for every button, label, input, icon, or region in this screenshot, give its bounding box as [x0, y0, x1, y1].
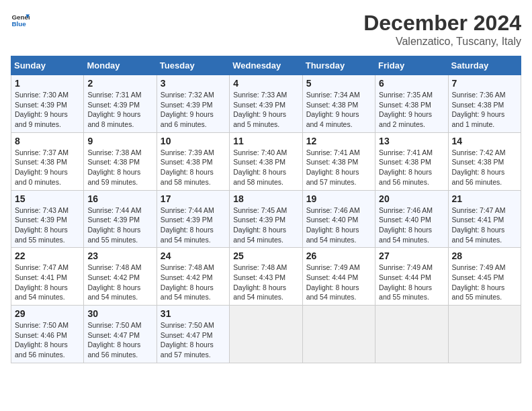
day-info: Sunrise: 7:30 AM Sunset: 4:39 PM Dayligh…	[15, 90, 80, 130]
day-info: Sunrise: 7:49 AM Sunset: 4:44 PM Dayligh…	[379, 263, 444, 302]
month-title: December 2024	[363, 11, 521, 36]
weekday-header-cell: Tuesday	[157, 56, 229, 75]
calendar-week-row: 29 Sunrise: 7:50 AM Sunset: 4:46 PM Dayl…	[11, 306, 521, 363]
calendar-week-row: 8 Sunrise: 7:37 AM Sunset: 4:38 PM Dayli…	[11, 132, 521, 190]
calendar-cell: 13 Sunrise: 7:41 AM Sunset: 4:38 PM Dayl…	[375, 132, 448, 190]
day-number: 3	[161, 78, 226, 89]
page-header: General Blue December 2024 Valenzatico, …	[11, 11, 521, 48]
day-number: 22	[15, 250, 80, 261]
calendar-cell: 19 Sunrise: 7:46 AM Sunset: 4:40 PM Dayl…	[302, 190, 375, 248]
day-info: Sunrise: 7:44 AM Sunset: 4:39 PM Dayligh…	[87, 205, 152, 245]
weekday-header-cell: Wednesday	[230, 56, 302, 75]
day-number: 13	[379, 136, 444, 146]
day-number: 25	[233, 250, 298, 261]
calendar-cell: 31 Sunrise: 7:50 AM Sunset: 4:47 PM Dayl…	[157, 306, 229, 363]
calendar-cell	[302, 306, 375, 363]
location-title: Valenzatico, Tuscany, Italy	[363, 36, 521, 48]
calendar-cell: 21 Sunrise: 7:47 AM Sunset: 4:41 PM Dayl…	[448, 190, 521, 248]
calendar-cell	[375, 306, 448, 363]
day-number: 6	[379, 78, 444, 89]
calendar-cell: 3 Sunrise: 7:32 AM Sunset: 4:39 PM Dayli…	[157, 75, 229, 133]
day-number: 10	[161, 136, 226, 146]
day-info: Sunrise: 7:48 AM Sunset: 4:42 PM Dayligh…	[161, 263, 226, 302]
day-info: Sunrise: 7:36 AM Sunset: 4:38 PM Dayligh…	[452, 90, 517, 130]
calendar-cell: 2 Sunrise: 7:31 AM Sunset: 4:39 PM Dayli…	[84, 75, 157, 133]
calendar-cell: 11 Sunrise: 7:40 AM Sunset: 4:38 PM Dayl…	[230, 132, 302, 190]
day-number: 5	[306, 78, 371, 89]
calendar-cell: 23 Sunrise: 7:48 AM Sunset: 4:42 PM Dayl…	[84, 248, 157, 306]
calendar-cell: 6 Sunrise: 7:35 AM Sunset: 4:38 PM Dayli…	[375, 75, 448, 133]
day-number: 17	[161, 193, 226, 204]
day-info: Sunrise: 7:35 AM Sunset: 4:38 PM Dayligh…	[379, 90, 444, 130]
day-info: Sunrise: 7:32 AM Sunset: 4:39 PM Dayligh…	[161, 90, 226, 130]
day-number: 12	[306, 136, 371, 146]
day-info: Sunrise: 7:50 AM Sunset: 4:47 PM Dayligh…	[87, 320, 152, 360]
day-number: 1	[15, 78, 80, 89]
day-info: Sunrise: 7:33 AM Sunset: 4:39 PM Dayligh…	[233, 90, 298, 130]
day-info: Sunrise: 7:50 AM Sunset: 4:47 PM Dayligh…	[161, 320, 226, 360]
day-info: Sunrise: 7:47 AM Sunset: 4:41 PM Dayligh…	[15, 263, 80, 302]
logo-icon: General Blue	[11, 11, 30, 30]
calendar-cell: 10 Sunrise: 7:39 AM Sunset: 4:38 PM Dayl…	[157, 132, 229, 190]
svg-text:General: General	[11, 13, 30, 21]
calendar-week-row: 22 Sunrise: 7:47 AM Sunset: 4:41 PM Dayl…	[11, 248, 521, 306]
day-number: 20	[379, 193, 444, 204]
day-number: 14	[452, 136, 517, 146]
calendar-cell: 18 Sunrise: 7:45 AM Sunset: 4:39 PM Dayl…	[230, 190, 302, 248]
day-number: 28	[452, 250, 517, 261]
day-number: 4	[233, 78, 298, 89]
day-info: Sunrise: 7:50 AM Sunset: 4:46 PM Dayligh…	[15, 320, 80, 360]
weekday-header-cell: Sunday	[11, 56, 84, 75]
day-number: 31	[161, 308, 226, 319]
calendar-cell: 14 Sunrise: 7:42 AM Sunset: 4:38 PM Dayl…	[448, 132, 521, 190]
day-info: Sunrise: 7:41 AM Sunset: 4:38 PM Dayligh…	[306, 148, 371, 187]
day-info: Sunrise: 7:31 AM Sunset: 4:39 PM Dayligh…	[87, 90, 152, 130]
day-number: 30	[87, 308, 152, 319]
calendar-body: 1 Sunrise: 7:30 AM Sunset: 4:39 PM Dayli…	[11, 75, 521, 363]
weekday-header-row: SundayMondayTuesdayWednesdayThursdayFrid…	[11, 56, 521, 75]
day-number: 19	[306, 193, 371, 204]
day-number: 26	[306, 250, 371, 261]
calendar-cell: 30 Sunrise: 7:50 AM Sunset: 4:47 PM Dayl…	[84, 306, 157, 363]
calendar-cell: 20 Sunrise: 7:46 AM Sunset: 4:40 PM Dayl…	[375, 190, 448, 248]
weekday-header-cell: Friday	[375, 56, 448, 75]
day-number: 8	[15, 136, 80, 146]
calendar-cell: 27 Sunrise: 7:49 AM Sunset: 4:44 PM Dayl…	[375, 248, 448, 306]
day-number: 29	[15, 308, 80, 319]
day-info: Sunrise: 7:46 AM Sunset: 4:40 PM Dayligh…	[306, 205, 371, 245]
day-info: Sunrise: 7:48 AM Sunset: 4:43 PM Dayligh…	[233, 263, 298, 302]
logo: General Blue	[11, 11, 30, 30]
title-area: December 2024 Valenzatico, Tuscany, Ital…	[363, 11, 521, 48]
day-info: Sunrise: 7:34 AM Sunset: 4:38 PM Dayligh…	[306, 90, 371, 130]
day-info: Sunrise: 7:42 AM Sunset: 4:38 PM Dayligh…	[452, 148, 517, 187]
day-info: Sunrise: 7:49 AM Sunset: 4:44 PM Dayligh…	[306, 263, 371, 302]
weekday-header-cell: Saturday	[448, 56, 521, 75]
calendar-cell	[230, 306, 302, 363]
day-info: Sunrise: 7:45 AM Sunset: 4:39 PM Dayligh…	[233, 205, 298, 245]
calendar-cell: 17 Sunrise: 7:44 AM Sunset: 4:39 PM Dayl…	[157, 190, 229, 248]
calendar-cell	[448, 306, 521, 363]
day-info: Sunrise: 7:41 AM Sunset: 4:38 PM Dayligh…	[379, 148, 444, 187]
day-number: 2	[87, 78, 152, 89]
calendar-cell: 29 Sunrise: 7:50 AM Sunset: 4:46 PM Dayl…	[11, 306, 84, 363]
calendar-cell: 12 Sunrise: 7:41 AM Sunset: 4:38 PM Dayl…	[302, 132, 375, 190]
day-info: Sunrise: 7:47 AM Sunset: 4:41 PM Dayligh…	[452, 205, 517, 245]
weekday-header-cell: Thursday	[302, 56, 375, 75]
calendar-cell: 9 Sunrise: 7:38 AM Sunset: 4:38 PM Dayli…	[84, 132, 157, 190]
day-info: Sunrise: 7:38 AM Sunset: 4:38 PM Dayligh…	[87, 148, 152, 187]
calendar-cell: 22 Sunrise: 7:47 AM Sunset: 4:41 PM Dayl…	[11, 248, 84, 306]
day-number: 9	[87, 136, 152, 146]
day-number: 23	[87, 250, 152, 261]
calendar-cell: 16 Sunrise: 7:44 AM Sunset: 4:39 PM Dayl…	[84, 190, 157, 248]
calendar-table: SundayMondayTuesdayWednesdayThursdayFrid…	[11, 56, 521, 363]
calendar-week-row: 15 Sunrise: 7:43 AM Sunset: 4:39 PM Dayl…	[11, 190, 521, 248]
day-info: Sunrise: 7:48 AM Sunset: 4:42 PM Dayligh…	[87, 263, 152, 302]
day-info: Sunrise: 7:40 AM Sunset: 4:38 PM Dayligh…	[233, 148, 298, 187]
day-number: 11	[233, 136, 298, 146]
day-info: Sunrise: 7:37 AM Sunset: 4:38 PM Dayligh…	[15, 148, 80, 187]
calendar-cell: 28 Sunrise: 7:49 AM Sunset: 4:45 PM Dayl…	[448, 248, 521, 306]
day-info: Sunrise: 7:43 AM Sunset: 4:39 PM Dayligh…	[15, 205, 80, 245]
weekday-header-cell: Monday	[84, 56, 157, 75]
day-number: 15	[15, 193, 80, 204]
day-info: Sunrise: 7:49 AM Sunset: 4:45 PM Dayligh…	[452, 263, 517, 302]
